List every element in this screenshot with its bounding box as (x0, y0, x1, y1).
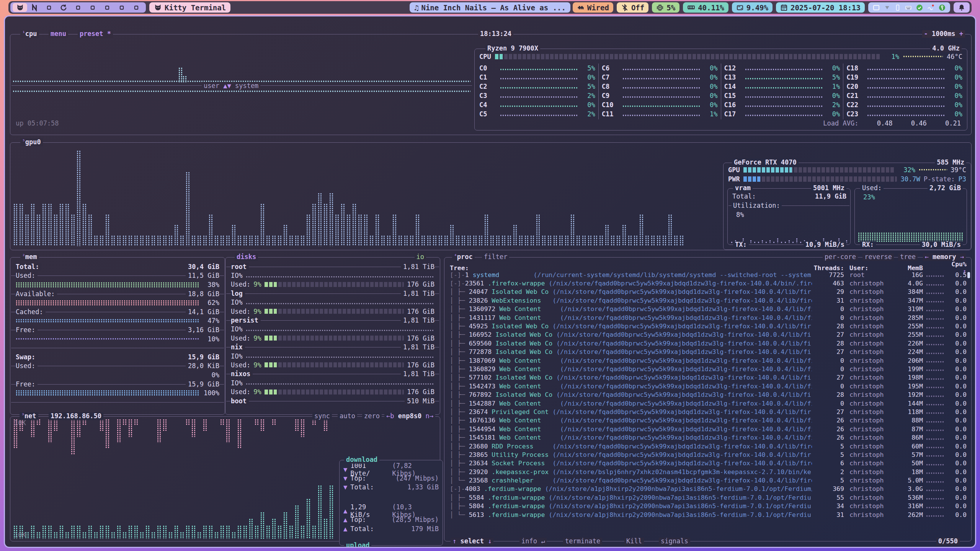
core-percent: 2% (825, 101, 840, 109)
tray-phone-icon[interactable] (894, 4, 901, 11)
io-mode-button[interactable]: io (416, 253, 424, 261)
process-cpu-graph (926, 507, 944, 509)
notifications-bell[interactable] (954, 2, 970, 13)
process-row[interactable]: │ ├─ 5584 .ferdium-wrappe (/nix/store/a1… (445, 493, 970, 502)
workspace-2[interactable] (27, 3, 42, 12)
tray-wave-dot-icon[interactable] (927, 3, 935, 11)
tray-window-icon[interactable] (872, 4, 880, 11)
interface-switcher[interactable]: ←b enp8s0 n→ (384, 412, 435, 420)
graph-column (346, 214, 351, 246)
kill-button[interactable]: Kill (624, 538, 644, 546)
reverse-toggle[interactable]: reverse (862, 253, 894, 261)
network-module[interactable]: Wired (573, 2, 613, 13)
core-name: C11 (602, 110, 619, 118)
music-pill[interactable]: ♫ Nine Inch Nails – As Alive as ... (410, 2, 570, 13)
process-user: christoph (844, 348, 893, 355)
clock-module[interactable]: 2025-07-20 18:13 (776, 2, 865, 13)
tray-key-icon[interactable] (938, 4, 946, 11)
disk-used-value: 176 GiB (407, 308, 434, 315)
process-panel: ⁴proc filter per-core reverse tree ← mem… (444, 257, 972, 541)
disks-panel-title[interactable]: disks (237, 253, 256, 261)
menu-button[interactable]: menu (49, 30, 68, 38)
process-row[interactable]: │ ├─ 1360972 Web Content (/nix/store/fqa… (445, 305, 970, 313)
process-row[interactable]: │ ├─ 23680 RDD Process (/nix/store/fqadd… (445, 442, 970, 450)
core-column-3: C120%C135%C141%C150%C162%C170% (721, 64, 843, 119)
workspace-3[interactable] (42, 3, 56, 12)
core-row: C162% (724, 100, 840, 109)
process-row[interactable]: │ ├─ 5804 .ferdium-wrappe (/nix/store/a1… (445, 502, 970, 510)
proc-scrollbar-thumb[interactable] (967, 272, 970, 278)
process-row[interactable]: [-]-23561 .firefox-wrappe (/nix/store/fq… (445, 279, 970, 287)
graph-column (203, 419, 207, 431)
update-interval[interactable]: - 1000ms + (922, 30, 965, 38)
workspace-1[interactable] (13, 3, 27, 12)
process-mem: 60M (893, 443, 923, 450)
process-row[interactable]: │ └─ 23568 crashhelper (/nix/store/fqadd… (445, 476, 970, 484)
process-row[interactable]: │ ├─ 1545181 Web Content (/nix/store/fqa… (445, 433, 970, 442)
terminate-button[interactable]: terminate (563, 538, 602, 546)
process-row[interactable]: │ ├─ 23865 Utility Process (/nix/store/f… (445, 450, 970, 459)
process-row[interactable]: │ ├─ 659560 Isolated Web Co (/nix/store/… (445, 339, 970, 347)
filter-button[interactable]: filter (482, 253, 509, 261)
process-row[interactable]: │ ├─ 23634 Socket Process (/nix/store/fq… (445, 459, 970, 468)
process-row[interactable]: [-]-1 systemd (/run/current-system/syste… (445, 271, 970, 279)
select-control[interactable]: ↑ select ↓ (451, 538, 493, 546)
process-row[interactable]: │ ├─ 23674 Privileged Cont (/nix/store/f… (445, 408, 970, 416)
zero-button[interactable]: zero (362, 412, 382, 420)
process-row[interactable]: │ ├─ 23920 .keepassxc-prox (/nix/store/b… (445, 468, 970, 476)
tray-keyboard-icon[interactable] (905, 4, 912, 11)
process-row[interactable]: │ ├─ 1387069 Web Content (/nix/store/fqa… (445, 356, 970, 365)
process-row[interactable]: │ ├─ 24047 Isolated Web Co (/nix/store/f… (445, 288, 970, 296)
workspace-8[interactable] (114, 3, 129, 12)
graph-column (117, 235, 121, 246)
window-title-pill[interactable]: Kitty Terminal (149, 2, 230, 13)
workspace-7[interactable] (100, 3, 114, 12)
process-row[interactable]: │ ├─ 1360829 Web Content (/nix/store/fqa… (445, 365, 970, 373)
workspace-6[interactable] (85, 3, 100, 12)
process-row[interactable]: │ ├─ 772878 Isolated Web Co (/nix/store/… (445, 348, 970, 356)
net-panel-title: ³net (20, 412, 38, 420)
process-row[interactable]: │ ├─ 23826 WebExtensions (/nix/store/fqa… (445, 296, 970, 305)
memory-module[interactable]: 40.11% (683, 2, 728, 13)
info-button[interactable]: info ↵ (519, 538, 547, 546)
graph-column (272, 235, 276, 246)
process-row[interactable]: │ ├─ 1542887 Web Content (/nix/store/fqa… (445, 399, 970, 408)
process-pid: 1387069 (469, 357, 499, 364)
sort-column-switcher[interactable]: ← memory → (923, 253, 966, 261)
process-row[interactable]: │ ├─ 1431117 Web Content (/nix/store/fqa… (445, 313, 970, 322)
core-percent: 0% (703, 101, 718, 109)
auto-button[interactable]: auto (338, 412, 357, 420)
process-row[interactable]: │ ├─ 1542473 Web Content (/nix/store/fqa… (445, 382, 970, 390)
process-mem: 118M (893, 408, 923, 416)
workspace-4[interactable] (56, 3, 71, 12)
process-row[interactable]: │ ├─ 1676136 Web Content (/nix/store/fqa… (445, 416, 970, 425)
disk-module[interactable]: 9.49% (732, 2, 773, 13)
process-user: christoph (844, 323, 893, 330)
per-core-toggle[interactable]: per-core (823, 253, 858, 261)
process-row[interactable]: │ ├─ 166952 Isolated Web Co (/nix/store/… (445, 331, 970, 339)
sync-button[interactable]: sync (312, 412, 332, 420)
process-cpu-graph (926, 344, 944, 346)
workspace-9[interactable] (129, 3, 144, 12)
graph-column (71, 214, 75, 246)
graph-column (82, 532, 87, 539)
process-row[interactable]: [-]-4003 .ferdium-wrappe (/nix/store/a1p… (445, 485, 970, 493)
preset-button[interactable]: preset * (78, 30, 113, 38)
graph-column (358, 214, 363, 246)
process-row[interactable]: │ ├─ 1544954 Web Content (/nix/store/fqa… (445, 425, 970, 433)
cpu-module[interactable]: 5% (652, 2, 679, 13)
mem-row: 10% (10, 334, 225, 344)
graph-column (151, 532, 156, 539)
tray-triangle-down-icon[interactable] (884, 4, 891, 11)
workspace-5[interactable] (71, 3, 85, 12)
bluetooth-module[interactable]: Off (617, 2, 648, 13)
signals-button[interactable]: signals (659, 538, 690, 546)
tree-prefix: │ └─ (450, 511, 469, 518)
tray-check-circle-icon[interactable] (916, 4, 923, 11)
tree-toggle[interactable]: tree (898, 253, 918, 261)
process-row[interactable]: │ └─ 5613 .ferdium-wrappe (/nix/store/a1… (445, 510, 970, 519)
process-row[interactable]: │ ├─ 45925 Isolated Web Co (/nix/store/f… (445, 322, 970, 330)
graph-column (122, 532, 127, 539)
process-row[interactable]: │ ├─ 577102 Isolated Web Co (/nix/store/… (445, 373, 970, 382)
process-row[interactable]: │ ├─ 767892 Isolated Web Co (/nix/store/… (445, 390, 970, 399)
